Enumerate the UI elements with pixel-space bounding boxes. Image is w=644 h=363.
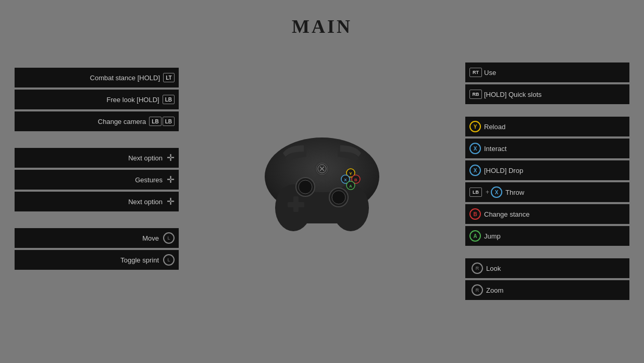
- zoom-label: Zoom: [486, 286, 503, 294]
- look-row: R Look: [465, 258, 629, 278]
- lb-badge-cam1: LB: [149, 117, 161, 126]
- stick-icon-sprint: L: [163, 254, 175, 266]
- gestures-row: Gestures ✛: [15, 170, 179, 190]
- change-camera-label: Change camera: [98, 118, 146, 126]
- use-row: RT Use: [465, 62, 629, 82]
- stick-icon-move: L: [163, 232, 175, 244]
- x-button-interact: X: [469, 143, 481, 154]
- next-option-label2: Next option: [128, 198, 163, 206]
- gestures-label: Gestures: [135, 176, 163, 184]
- combat-stance-row: Combat stance [HOLD] LT: [15, 68, 179, 87]
- drop-label: [HOLD] Drop: [484, 167, 523, 174]
- svg-text:Y: Y: [349, 171, 352, 176]
- controller-svg: Y X B A: [244, 119, 400, 234]
- look-label: Look: [486, 265, 501, 272]
- a-button-jump: A: [469, 230, 481, 242]
- quick-slots-row: RB [HOLD] Quick slots: [465, 84, 629, 104]
- change-camera-row: Change camera LB LB: [15, 111, 179, 131]
- lb-badge-throw: LB: [469, 187, 482, 197]
- change-stance-row: B Change stance: [465, 204, 629, 224]
- move-label: Move: [142, 234, 159, 242]
- controller-image: Y X B A: [244, 119, 400, 244]
- b-button-stance: B: [469, 208, 481, 220]
- interact-label: Interact: [484, 145, 506, 153]
- toggle-sprint-row: Toggle sprint L: [15, 250, 179, 270]
- interact-row: X Interact: [465, 139, 629, 158]
- left-controls-panel: Combat stance [HOLD] LT Free look [HOLD]…: [15, 68, 179, 272]
- y-button-reload: Y: [469, 121, 481, 132]
- jump-row: A Jump: [465, 226, 629, 246]
- right-controls-panel: RT Use RB [HOLD] Quick slots Y Reload X …: [465, 62, 629, 302]
- lb-badge-freelook: LB: [163, 95, 175, 104]
- free-look-row: Free look [HOLD] LB: [15, 90, 179, 109]
- next-option-label1: Next option: [128, 154, 163, 162]
- svg-text:A: A: [349, 184, 352, 189]
- x-button-throw: X: [491, 186, 502, 198]
- svg-text:X: X: [344, 178, 347, 182]
- svg-rect-14: [288, 202, 304, 207]
- svg-point-10: [299, 180, 312, 194]
- lb-badge-cam2: LB: [163, 117, 175, 126]
- quick-slots-label: [HOLD] Quick slots: [484, 91, 542, 98]
- combat-stance-label: Combat stance [HOLD]: [90, 74, 160, 82]
- next-option-row1: Next option ✛: [15, 148, 179, 168]
- svg-point-12: [332, 191, 345, 204]
- stick-icon-look: R: [472, 262, 483, 274]
- change-stance-label: Change stance: [484, 210, 529, 218]
- free-look-label: Free look [HOLD]: [107, 96, 159, 104]
- plus-icon: +: [486, 189, 489, 196]
- toggle-sprint-label: Toggle sprint: [120, 256, 159, 264]
- lt-badge: LT: [163, 73, 175, 82]
- x-button-drop: X: [469, 165, 481, 176]
- svg-point-25: [320, 177, 324, 181]
- reload-row: Y Reload: [465, 117, 629, 136]
- dpad-icon3: ✛: [167, 196, 175, 207]
- next-option-row2: Next option ✛: [15, 192, 179, 211]
- drop-row: X [HOLD] Drop: [465, 160, 629, 180]
- svg-text:B: B: [354, 178, 357, 182]
- throw-row: LB + X Throw: [465, 182, 629, 202]
- jump-label: Jump: [484, 232, 501, 240]
- page-title: MAIN: [0, 0, 644, 37]
- dpad-icon2: ✛: [167, 174, 175, 185]
- use-label: Use: [484, 69, 496, 77]
- stick-icon-zoom: R: [472, 284, 483, 296]
- reload-label: Reload: [484, 123, 505, 131]
- rb-badge: RB: [469, 90, 482, 99]
- dpad-icon1: ✛: [167, 152, 175, 164]
- move-row: Move L: [15, 228, 179, 248]
- throw-label: Throw: [505, 189, 524, 196]
- zoom-row: R Zoom: [465, 280, 629, 300]
- rt-badge: RT: [469, 68, 482, 77]
